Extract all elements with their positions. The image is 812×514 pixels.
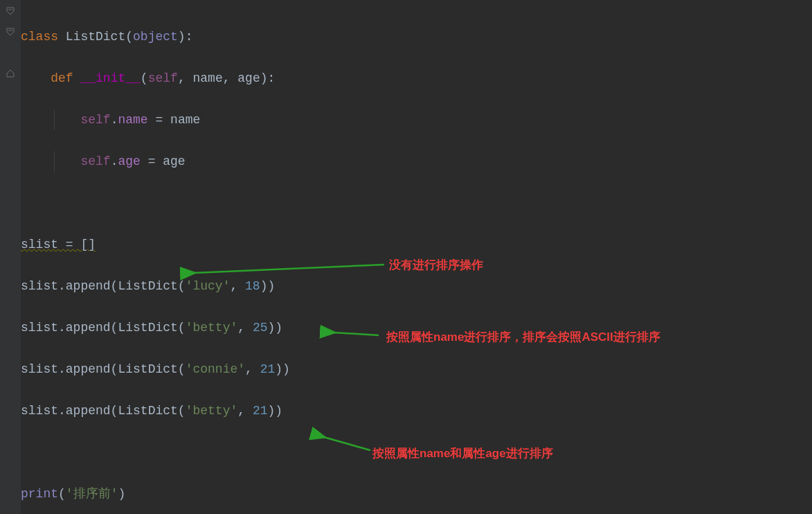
fold-end-icon[interactable] — [6, 69, 15, 78]
annotation-text: 按照属性name和属性age进行排序 — [372, 443, 553, 464]
arrow-icon — [327, 326, 382, 339]
svg-line-2 — [194, 265, 384, 273]
svg-line-4 — [324, 437, 370, 450]
code-line: class ListDict(object): — [21, 26, 812, 47]
editor-gutter — [0, 0, 21, 514]
fold-icon[interactable] — [6, 7, 15, 15]
code-line: self.age = age — [21, 151, 812, 172]
code-line: slist.append(ListDict('betty', 21)) — [21, 400, 812, 421]
code-line: def __init__(self, name, age): — [21, 68, 812, 89]
annotation-text: 按照属性name进行排序，排序会按照ASCII进行排序 — [386, 327, 660, 348]
code-line — [21, 193, 812, 213]
code-line: print('排序前') — [21, 484, 812, 504]
fold-icon[interactable] — [6, 28, 15, 36]
code-line: slist = [] — [21, 234, 812, 255]
svg-line-3 — [334, 333, 379, 335]
code-line: slist.append(ListDict('connie', 21)) — [21, 359, 812, 380]
arrow-icon — [318, 433, 374, 454]
code-line: slist.append(ListDict('lucy', 18)) — [21, 276, 812, 296]
annotation-text: 没有进行排序操作 — [389, 255, 483, 276]
code-line: self.name = name — [21, 109, 812, 130]
arrow-icon — [187, 256, 388, 277]
